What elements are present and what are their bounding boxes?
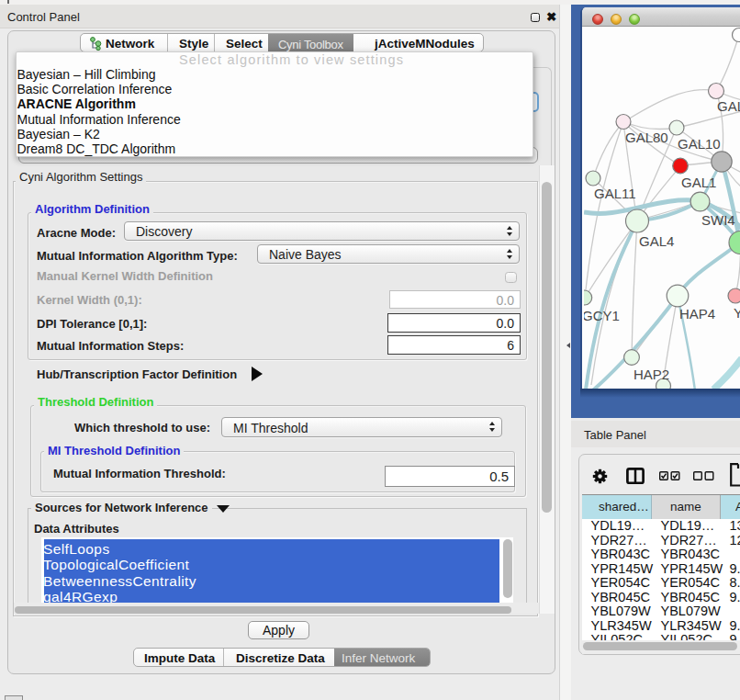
svg-text:GAL10: GAL10 bbox=[678, 136, 721, 152]
svg-text:GAL4: GAL4 bbox=[639, 233, 674, 249]
svg-text:GAL1: GAL1 bbox=[681, 175, 716, 190]
svg-text:GAL11: GAL11 bbox=[594, 186, 636, 201]
svg-text:Y: Y bbox=[734, 305, 740, 321]
svg-text:SWI4: SWI4 bbox=[701, 212, 735, 228]
svg-text:GCY1: GCY1 bbox=[584, 308, 620, 323]
svg-text:HAP4: HAP4 bbox=[679, 306, 715, 322]
svg-text:HAP2: HAP2 bbox=[633, 367, 669, 382]
svg-text:GAL80: GAL80 bbox=[625, 130, 668, 145]
svg-text:GAL: GAL bbox=[717, 98, 740, 114]
